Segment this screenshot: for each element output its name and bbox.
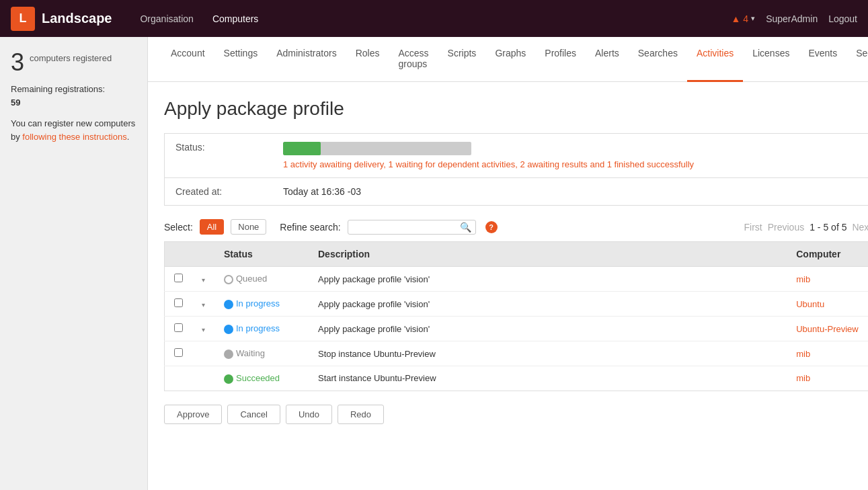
computer-link[interactable]: mib <box>796 349 810 359</box>
subnav-alerts[interactable]: Alerts <box>586 37 629 82</box>
approve-button[interactable]: Approve <box>164 405 222 424</box>
row-checkbox[interactable] <box>174 274 183 282</box>
redo-button[interactable]: Redo <box>338 405 384 424</box>
search-icon[interactable]: 🔍 <box>460 222 471 233</box>
brand-name: Landscape <box>42 11 112 26</box>
subnav-account[interactable]: Account <box>161 37 214 82</box>
sidebar: 3 computers registered Remaining registr… <box>0 37 148 490</box>
topnav-organisation[interactable]: Organisation <box>132 9 201 28</box>
row-chevron-cell <box>192 366 214 391</box>
row-checkbox[interactable] <box>174 298 183 307</box>
subnav-profiles[interactable]: Profiles <box>535 37 586 82</box>
status-dot-icon <box>224 275 233 284</box>
chevron-down-icon[interactable]: ▾ <box>202 326 205 333</box>
col-header-check <box>165 242 193 267</box>
row-description-cell: Apply package profile 'vision' <box>309 267 787 292</box>
computers-count-label: computers registered <box>30 50 112 63</box>
activities-table: Status Description Computer ▾QueuedApply… <box>164 241 868 391</box>
undo-button[interactable]: Undo <box>286 405 332 424</box>
logo-icon: L <box>11 7 35 31</box>
cancel-button[interactable]: Cancel <box>227 405 280 424</box>
row-checkbox-cell <box>165 341 193 366</box>
row-chevron-cell: ▾ <box>192 317 214 341</box>
remaining-label: Remaining registrations: <box>11 84 105 94</box>
top-navigation: L Landscape Organisation Computers ▲ 4 ▾… <box>0 0 868 37</box>
select-all-button[interactable]: All <box>200 219 224 235</box>
status-label: Status: <box>165 134 272 177</box>
subnav-secrets[interactable]: Secrets <box>846 37 868 82</box>
subnav-access-groups[interactable]: Access groups <box>389 37 438 82</box>
row-checkbox-cell <box>165 317 193 341</box>
row-computer-cell: mib <box>787 366 868 391</box>
subnav-events[interactable]: Events <box>799 37 846 82</box>
alert-badge[interactable]: ▲ 4 ▾ <box>731 13 755 24</box>
computer-link[interactable]: Ubuntu <box>796 299 824 309</box>
previous-page-link[interactable]: Previous <box>768 222 804 233</box>
col-header-chevron <box>192 242 214 267</box>
subnav-administrators[interactable]: Administrators <box>267 37 346 82</box>
row-description-cell: Stop instance Ubuntu-Preview <box>309 341 787 366</box>
row-status-cell: Waiting <box>214 341 309 366</box>
subnav-licenses[interactable]: Licenses <box>743 37 799 82</box>
row-checkbox[interactable] <box>174 323 183 332</box>
register-text: You can register new computers by follow… <box>11 117 136 143</box>
first-page-link[interactable]: First <box>744 222 762 233</box>
created-row: Created at: Today at 16:36 -03 <box>165 178 868 205</box>
row-status-cell: In progress <box>214 292 309 317</box>
row-status-cell: Queued <box>214 267 309 292</box>
main-content: Account Settings Administrators Roles Ac… <box>148 37 868 490</box>
logo-area[interactable]: L Landscape <box>11 7 112 31</box>
register-link[interactable]: following these instructions <box>22 132 126 142</box>
topnav-right: ▲ 4 ▾ SuperAdmin Logout <box>731 13 857 24</box>
computer-link[interactable]: mib <box>796 274 810 284</box>
status-label: Succeeded <box>236 373 280 383</box>
row-description-cell: Apply package profile 'vision' <box>309 292 787 317</box>
row-computer-cell: mib <box>787 341 868 366</box>
row-chevron-cell <box>192 341 214 366</box>
row-status-cell: Succeeded <box>214 366 309 391</box>
status-dot-icon <box>224 374 233 384</box>
subnav-searches[interactable]: Searches <box>629 37 687 82</box>
subnav-roles[interactable]: Roles <box>346 37 389 82</box>
page-title: Apply package profile <box>164 98 868 120</box>
remaining-registrations: Remaining registrations: 59 <box>11 83 136 109</box>
status-label: Waiting <box>236 348 265 358</box>
alert-triangle-icon: ▲ <box>731 13 740 24</box>
progress-bar-container <box>283 142 471 155</box>
search-input[interactable] <box>352 222 460 232</box>
row-checkbox[interactable] <box>174 348 183 357</box>
table-row: ▾QueuedApply package profile 'vision'mib <box>165 267 869 292</box>
row-chevron-cell: ▾ <box>192 292 214 317</box>
row-computer-cell: mib <box>787 267 868 292</box>
status-dot-icon <box>224 300 233 309</box>
select-none-button[interactable]: None <box>231 219 266 235</box>
status-dot-icon <box>224 350 233 359</box>
col-header-description: Description <box>309 242 787 267</box>
subnav-activities[interactable]: Activities <box>687 37 743 82</box>
progress-bar-fill <box>283 142 321 155</box>
subnav-graphs[interactable]: Graphs <box>485 37 535 82</box>
row-checkbox-cell <box>165 366 193 391</box>
help-icon[interactable]: ? <box>485 221 498 233</box>
table-row: WaitingStop instance Ubuntu-Previewmib <box>165 341 869 366</box>
computer-link[interactable]: Ubuntu-Preview <box>796 324 859 334</box>
status-description: 1 activity awaiting delivery, 1 waiting … <box>283 159 868 169</box>
computer-link[interactable]: mib <box>796 373 810 383</box>
created-label: Created at: <box>165 178 272 205</box>
pagination-info: 1 - 5 of 5 <box>810 222 846 233</box>
next-page-link[interactable]: Next <box>852 222 868 233</box>
action-buttons: Approve Cancel Undo Redo <box>164 405 868 424</box>
pagination: First Previous 1 - 5 of 5 Next Last <box>744 222 869 233</box>
subnav-settings[interactable]: Settings <box>214 37 268 82</box>
subnav-scripts[interactable]: Scripts <box>438 37 486 82</box>
status-label: In progress <box>236 298 280 309</box>
chevron-down-icon[interactable]: ▾ <box>202 276 205 284</box>
alert-count: 4 <box>743 13 748 24</box>
info-table: Status: 1 activity awaiting delivery, 1 … <box>164 133 868 206</box>
refine-label: Refine search: <box>280 222 340 233</box>
logout-button[interactable]: Logout <box>828 13 857 24</box>
chevron-down-icon[interactable]: ▾ <box>202 301 205 309</box>
row-status-cell: In progress <box>214 317 309 341</box>
row-chevron-cell: ▾ <box>192 267 214 292</box>
topnav-computers[interactable]: Computers <box>204 9 266 28</box>
